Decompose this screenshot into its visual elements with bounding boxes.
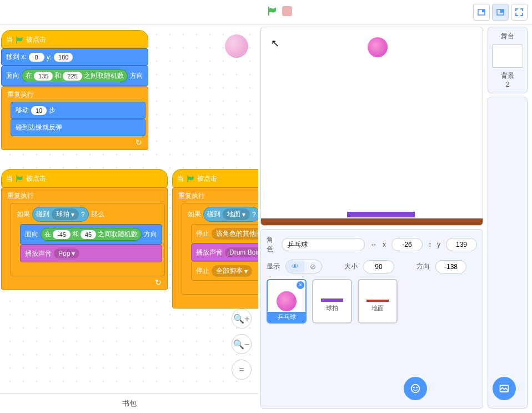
when-flag-clicked-block-3[interactable]: 当 被点击 xyxy=(172,169,258,187)
play-sound-block-2[interactable]: 播放声音 Drum Boing xyxy=(191,243,258,261)
view-small-button[interactable] xyxy=(473,4,490,21)
backpack-panel[interactable]: 书包 xyxy=(0,393,258,413)
close-icon[interactable]: × xyxy=(297,281,304,289)
play-sound-block[interactable]: 播放声音 Pop ▾ xyxy=(20,245,162,262)
stage-selector[interactable]: 舞台 背景 2 xyxy=(488,27,528,93)
svg-point-5 xyxy=(413,387,415,389)
eye-off-icon[interactable]: ⊘ xyxy=(304,260,322,273)
green-flag-icon[interactable] xyxy=(267,6,278,17)
sprite-tile-ball[interactable]: × 乒乓球 xyxy=(267,279,307,324)
eye-icon[interactable]: 👁 xyxy=(286,260,304,273)
stage-paddle[interactable] xyxy=(347,212,415,217)
svg-rect-3 xyxy=(500,9,504,13)
when-flag-clicked-block-2[interactable]: 当 被点击 xyxy=(1,169,168,187)
point-direction-block-2[interactable]: 面向 在-45 和45 之间取随机数 方向 xyxy=(20,224,162,245)
stage-thumbnail xyxy=(492,44,523,68)
sprite-label: 角色 xyxy=(267,235,276,254)
if-block[interactable]: 如果 碰到 球拍 ▾ ? 那么 面向 xyxy=(11,203,165,276)
sprite-y-input[interactable] xyxy=(446,238,477,251)
stage-ball[interactable] xyxy=(368,37,388,57)
sprite-x-input[interactable] xyxy=(392,238,423,251)
sprite-preview-ball xyxy=(225,34,248,58)
forever-block[interactable]: 重复执行 移动10步 碰到边缘就反弹 ↻ xyxy=(1,86,148,150)
sprite-size-input[interactable] xyxy=(363,260,394,273)
zoom-reset-button[interactable]: = xyxy=(232,360,252,380)
pick-random-block-2[interactable]: 在-45 和45 之间取随机数 xyxy=(41,228,142,241)
stop-block-2[interactable]: 停止 全部脚本 ▾ xyxy=(191,261,258,281)
if-block-2[interactable]: 如果 碰到 地面 ▾ ? 停止 该角色的其他脚本 xyxy=(182,203,258,295)
point-direction-block[interactable]: 面向 在135 和225 之间取随机数 方向 xyxy=(1,66,148,86)
sprite-tile-paddle[interactable]: 球拍 xyxy=(312,279,352,324)
svg-point-4 xyxy=(411,385,420,393)
svg-rect-1 xyxy=(482,9,485,12)
zoom-out-button[interactable]: 🔍− xyxy=(232,334,252,354)
pick-random-block[interactable]: 在135 和225 之间取随机数 xyxy=(22,69,128,82)
sprite-list: × 乒乓球 球拍 地面 xyxy=(267,279,477,324)
stop-block[interactable]: 停止 该角色的其他脚本 xyxy=(191,224,258,243)
forever-block-2[interactable]: 重复执行 如果 碰到 球拍 ▾ ? 那么 xyxy=(1,187,168,290)
sprite-tile-ground[interactable]: 地面 xyxy=(358,279,398,324)
fullscreen-button[interactable] xyxy=(511,4,528,21)
goto-xy-block[interactable]: 移到 x:0 y:180 xyxy=(1,48,148,66)
bounce-block[interactable]: 碰到边缘就反弹 xyxy=(11,119,145,136)
xy-icon: ↔ xyxy=(370,241,377,248)
touching-block-2[interactable]: 碰到 地面 ▾ ? xyxy=(203,207,258,222)
topbar xyxy=(0,0,532,24)
sprite-name-input[interactable] xyxy=(282,238,365,251)
script-area[interactable]: 当 被点击 移到 x:0 y:180 面向 在135 和225 之间取随机数 方… xyxy=(0,24,258,413)
touching-block[interactable]: 碰到 球拍 ▾ ? xyxy=(32,207,89,222)
visibility-toggle[interactable]: 👁 ⊘ xyxy=(285,260,322,273)
stage-ground xyxy=(261,218,483,225)
y-icon: ↕ xyxy=(428,241,431,248)
forever-block-3[interactable]: 重复执行 如果 碰到 地面 ▾ ? xyxy=(172,187,258,308)
sprite-direction-input[interactable] xyxy=(435,260,466,273)
sprite-panel: 角色 ↔ x ↕ y 显示 👁 ⊘ 大小 xyxy=(260,229,483,409)
svg-point-6 xyxy=(416,387,418,389)
loop-arrow-icon: ↻ xyxy=(155,278,162,287)
add-sprite-button[interactable] xyxy=(404,377,427,400)
cursor-icon: ↖ xyxy=(271,37,279,49)
stop-icon[interactable] xyxy=(282,6,292,16)
loop-arrow-icon: ↻ xyxy=(135,138,142,147)
stage[interactable]: ↖ xyxy=(260,27,483,226)
when-flag-clicked-block[interactable]: 当 被点击 xyxy=(1,30,148,48)
zoom-in-button[interactable]: 🔍+ xyxy=(232,308,252,329)
add-backdrop-button[interactable] xyxy=(493,377,516,400)
move-steps-block[interactable]: 移动10步 xyxy=(11,102,145,119)
view-large-button[interactable] xyxy=(492,4,509,21)
